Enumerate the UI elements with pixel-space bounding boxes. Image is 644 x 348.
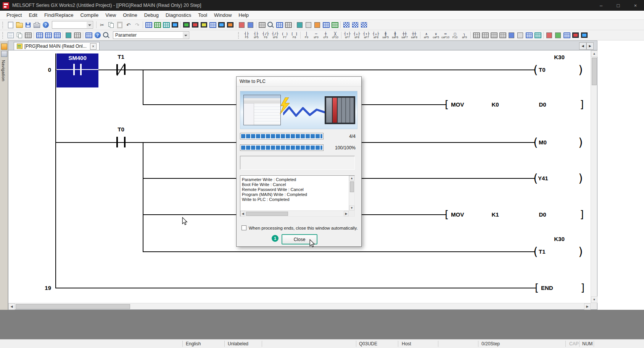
ladder-button-sf6[interactable]: ┤/├sF6: [270, 31, 280, 40]
scroll-left-icon[interactable]: ◀: [8, 303, 15, 310]
edit-mode-icon[interactable]: [472, 31, 481, 40]
coil-m0[interactable]: M0: [539, 139, 557, 146]
read-from-plc-icon[interactable]: [153, 21, 162, 29]
device-batch-monitor-icon[interactable]: [208, 21, 217, 29]
write-result-list[interactable]: Parameter Write : Completed Boot File Wr…: [240, 175, 355, 217]
menu-project[interactable]: Project: [3, 11, 25, 19]
toolbar-combobox[interactable]: [52, 21, 93, 29]
list-item[interactable]: Boot File Write : Cancel: [242, 182, 286, 187]
navigation-tab-label[interactable]: Navigation: [1, 60, 6, 81]
menu-diagnostics[interactable]: Diagnostics: [162, 11, 195, 19]
find-device-icon[interactable]: [102, 31, 111, 40]
zoom-icon[interactable]: [258, 21, 266, 29]
start-monitor-icon[interactable]: [182, 21, 191, 29]
editor-vertical-scrollbar[interactable]: ▲ ▼: [591, 50, 597, 303]
cut-icon[interactable]: ✂: [98, 21, 106, 29]
tab-prg-read-main[interactable]: [PRG]Read MAIN (Read Onl... ×: [14, 42, 100, 50]
ladder-button-f6[interactable]: ┤/├F6: [261, 31, 270, 40]
menu-online[interactable]: Online: [119, 11, 141, 19]
ladder-button-cf9[interactable]: ┼cF9: [321, 31, 330, 40]
delete-row-icon[interactable]: [516, 31, 525, 40]
skip-execution-icon[interactable]: [246, 21, 255, 29]
check-program-icon[interactable]: [342, 21, 351, 29]
help-icon-2[interactable]: ?: [93, 31, 102, 40]
paste-icon[interactable]: [115, 21, 124, 29]
remote-operation-icon[interactable]: [171, 21, 179, 29]
device-comment-icon[interactable]: [35, 31, 44, 40]
comment-display-icon[interactable]: [295, 21, 304, 29]
monitor-mode-icon[interactable]: [498, 31, 507, 40]
project-tree-icon[interactable]: [6, 31, 15, 40]
coil-y41[interactable]: Y41: [538, 175, 558, 181]
pause-monitor-icon[interactable]: [200, 21, 208, 29]
build-icon[interactable]: [351, 21, 359, 29]
combo-arrow-icon-2[interactable]: [183, 32, 188, 38]
write-to-plc-icon[interactable]: [144, 21, 153, 29]
comment-edit-icon[interactable]: [562, 31, 571, 40]
stop-monitor-icon[interactable]: [191, 21, 200, 29]
list-item[interactable]: Write to PLC : Completed: [242, 197, 290, 202]
ladder-button-sf7[interactable]: ┤↑├sF7: [343, 31, 352, 40]
find-icon[interactable]: [266, 21, 275, 29]
device-display-icon[interactable]: [330, 21, 339, 29]
ladder-button-af5[interactable]: ∧aF5: [422, 31, 431, 40]
ladder-button-saf8[interactable]: ┼┼saF8: [409, 31, 419, 40]
tile-windows-icon[interactable]: [24, 31, 32, 40]
tab-scroll-left-icon[interactable]: ◀: [579, 42, 586, 50]
end-instruction[interactable]: END: [541, 285, 562, 291]
menu-window[interactable]: Window: [211, 11, 235, 19]
copy-icon[interactable]: [106, 21, 115, 29]
save-project-icon[interactable]: [24, 21, 32, 29]
statement-edit-icon[interactable]: [571, 31, 580, 40]
toolbar-drag-handle-2[interactable]: [2, 32, 5, 39]
note-display-icon[interactable]: [313, 21, 322, 29]
list-item[interactable]: Parameter Write : Completed: [242, 177, 296, 182]
ladder-button-saf7[interactable]: ┼┼saF7: [400, 31, 409, 40]
vscroll-thumb[interactable]: [592, 58, 597, 85]
statement-display-icon[interactable]: [304, 21, 313, 29]
list-item[interactable]: Program (MAIN) Write : Completed: [242, 192, 307, 197]
menu-tool[interactable]: Tool: [195, 11, 211, 19]
undo-icon[interactable]: ↶: [124, 21, 133, 29]
ladder-button-f8[interactable]: [ ]F8: [290, 31, 299, 40]
combo-arrow-icon[interactable]: [87, 22, 92, 28]
menu-help[interactable]: Help: [235, 11, 252, 19]
entry-data-monitor-icon[interactable]: [217, 21, 226, 29]
scroll-right-icon[interactable]: ▶: [584, 303, 591, 310]
cross-reference-icon[interactable]: [275, 21, 284, 29]
help-icon[interactable]: ?: [41, 21, 50, 29]
label-setting-icon[interactable]: [64, 31, 73, 40]
ladder-button-cf10[interactable]: ╳cF10: [330, 31, 340, 40]
print-icon[interactable]: [32, 21, 41, 29]
list-horizontal-scrollbar[interactable]: ◀ ▶: [240, 210, 349, 216]
scroll-down-icon[interactable]: ▼: [349, 206, 354, 210]
ladder-button-f7[interactable]: ( )F7: [280, 31, 290, 40]
menu-view[interactable]: View: [102, 11, 119, 19]
ladder-check-icon[interactable]: [554, 31, 562, 40]
list-item[interactable]: Remote Password Write : Cancel: [242, 187, 304, 192]
buffer-memory-monitor-icon[interactable]: [226, 21, 235, 29]
scroll-up-icon[interactable]: ▲: [591, 50, 597, 57]
online-program-change-icon[interactable]: [359, 21, 368, 29]
ladder-button-af8[interactable]: ┤↓├aF8: [371, 31, 381, 40]
ladder-button-sf9[interactable]: ─sF9: [311, 31, 321, 40]
scroll-down-icon[interactable]: ▼: [591, 296, 597, 303]
close-button[interactable]: ×: [627, 0, 644, 11]
write-mode-icon[interactable]: [489, 31, 498, 40]
cascade-windows-icon[interactable]: [15, 31, 24, 40]
data-kind-combobox[interactable]: Parameter: [113, 31, 189, 39]
device-list-icon[interactable]: [284, 21, 293, 29]
insert-column-icon[interactable]: [525, 31, 533, 40]
ladder-button-f9[interactable]: │F9: [302, 31, 311, 40]
ladder-edit-icon[interactable]: [545, 31, 554, 40]
mov1-op[interactable]: MOV: [451, 101, 474, 108]
ladder-button-f5[interactable]: ┤├F5: [242, 31, 251, 40]
device-init-icon[interactable]: [53, 31, 61, 40]
verify-with-plc-icon[interactable]: [162, 21, 171, 29]
ladder-button-af9[interactable]: ┐aF9: [460, 31, 469, 40]
menu-debug[interactable]: Debug: [141, 11, 162, 19]
tab-scroll-right-icon[interactable]: ▶: [586, 42, 594, 50]
open-project-icon[interactable]: [15, 21, 24, 29]
menu-compile[interactable]: Compile: [77, 11, 102, 19]
ladder-symbol-icon[interactable]: [84, 31, 93, 40]
